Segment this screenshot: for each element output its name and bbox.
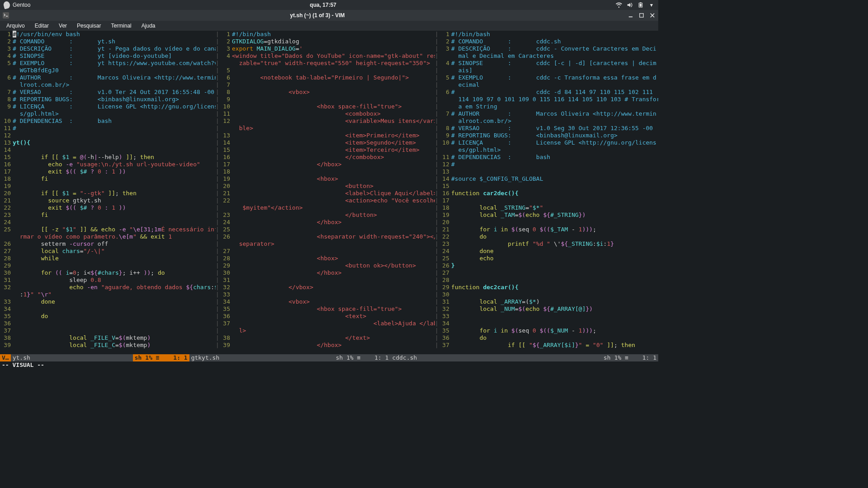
status-file-2: gtkyt.sh: [189, 354, 334, 361]
code-line: 27: [439, 269, 658, 277]
code-line: 30 </hbox>|: [219, 269, 439, 277]
menu-ajuda[interactable]: Ajuda: [137, 22, 160, 30]
code-line: 33: [439, 313, 658, 320]
code-line: 1#!/usr/bin/env bash|: [0, 31, 219, 38]
code-line: 32 </vbox>|: [219, 284, 439, 291]
code-line: 28: [439, 277, 658, 284]
desktop-topbar: Gentoo qua, 17:57 ▾: [0, 0, 658, 10]
code-line: 15 if [[ $1 = @(-h|--help) ]]; then|: [0, 154, 219, 161]
code-line: 38 local _FILE_V=$(mktemp)|: [0, 334, 219, 342]
code-line: 36|: [0, 320, 219, 327]
status-pct-1: 1% ≡: [143, 354, 161, 361]
code-line: 3export MAIN_DIALOG='|: [219, 45, 439, 52]
code-line: 31|: [219, 277, 439, 284]
code-line: 35 for i in $(seq 0 $(($_NUM - 1)));: [439, 327, 658, 334]
code-line: 12#: [439, 161, 658, 168]
minimize-button[interactable]: [627, 12, 634, 19]
vim-pane-2[interactable]: 1#!/bin/bash|2GTKDIALOG=gtkdialog|3expor…: [219, 31, 439, 354]
code-line: 39 </hbox>|: [219, 342, 439, 349]
status-file-1: yt.sh: [11, 354, 133, 361]
code-line: 18|: [219, 168, 439, 175]
code-line: 22 do: [439, 233, 658, 240]
code-line: 11# DEPENDENCIAS : bash: [439, 154, 658, 161]
window-titlebar: yt.sh (~) (1 of 3) - VIM: [0, 10, 658, 21]
code-line: 19|: [0, 183, 219, 190]
code-line: 20: [439, 219, 658, 226]
code-line: 24 done: [439, 248, 658, 255]
status-type-3: sh: [602, 354, 613, 361]
code-line: 5# EXEMPLO : cddc -c Transforma essa fra…: [439, 74, 658, 81]
code-line: 28 while|: [0, 255, 219, 262]
vim-pane-1[interactable]: 1#!/usr/bin/env bash|2# COMANDO : yt.sh|…: [0, 31, 219, 354]
chevron-down-icon: ▾: [648, 2, 655, 8]
code-line: 31 local _ARRAY=($*): [439, 298, 658, 305]
code-line: 11#|: [0, 125, 219, 132]
code-line: 8 <vbox>|: [219, 89, 439, 96]
code-line: 8# REPORTING BUGS: <binbash@linuxmail.or…: [0, 96, 219, 103]
code-line: ecimal: [439, 81, 658, 89]
maximize-button[interactable]: [638, 12, 645, 19]
code-line: 14 <item>Segundo</item>|: [219, 139, 439, 146]
code-line: 9# LICENÇA : License GPL <http://gnu.org…: [0, 103, 219, 110]
vim-pane-3[interactable]: 1#!/bin/bash2# COMANDO : cddc.sh3# DESCR…: [439, 31, 658, 354]
menu-arquivo[interactable]: Arquivo: [2, 22, 29, 30]
code-line: 7# AUTHOR : Marcos Oliveira <http://www.…: [439, 110, 658, 117]
code-line: 33|: [219, 291, 439, 298]
code-line: 7# VERSAO : v1.0 Ter 24 Out 2017 16:55:4…: [0, 89, 219, 96]
code-line: 15 <item>Terceiro</item>|: [219, 146, 439, 154]
close-button[interactable]: [649, 12, 656, 19]
code-line: 6# cddc -d 84 114 97 110 115 102 111: [439, 89, 658, 96]
code-line: 12 <variable>Meus itens</varia|: [219, 117, 439, 125]
code-line: 39 local _FILE_C=$(mktemp)|: [0, 342, 219, 349]
code-line: 35 do|: [0, 313, 219, 320]
menu-editar[interactable]: Editar: [30, 22, 53, 30]
code-line: 32 local _NUM=$(echo ${#_ARRAY[@]}): [439, 305, 658, 313]
volume-icon: [627, 2, 633, 8]
code-line: 37 <label>Ajuda </labe|: [219, 320, 439, 327]
code-line: 38 </text>|: [219, 334, 439, 342]
code-line: es/gpl.html>: [439, 146, 658, 154]
code-line: 37 if [[ "${_ARRAY[$i]}" = "0" ]]; then: [439, 342, 658, 349]
code-line: l>|: [219, 327, 439, 334]
svg-rect-1: [640, 2, 642, 3]
status-pct-3: 1% ≡: [613, 354, 630, 361]
topbar-status-area[interactable]: ▾: [616, 2, 655, 8]
code-line: 5|: [219, 67, 439, 74]
code-line: 36 <text>|: [219, 313, 439, 320]
code-line: 17: [439, 197, 658, 204]
menu-ver[interactable]: Ver: [54, 22, 71, 30]
code-line: 6 <notebook tab-label="Primeiro | Segund…: [219, 74, 439, 81]
code-line: 1#!/bin/bash|: [219, 31, 439, 38]
code-line: 19 <hbox>|: [219, 175, 439, 183]
code-line: 17 </hbox>|: [219, 161, 439, 168]
svg-rect-2: [640, 4, 642, 7]
gentoo-logo-icon: [4, 2, 10, 8]
terminal-menubar: Arquivo Editar Ver Pesquisar Terminal Aj…: [0, 21, 658, 31]
menu-pesquisar[interactable]: Pesquisar: [72, 22, 105, 30]
status-ruler-2: 1: 1: [363, 354, 391, 361]
code-line: 29|: [0, 262, 219, 269]
topbar-clock[interactable]: qua, 17:57: [30, 2, 616, 8]
wifi-icon: [616, 2, 622, 8]
menu-terminal[interactable]: Terminal: [106, 22, 136, 30]
code-line: 10# DEPENDENCIAS : bash|: [0, 117, 219, 125]
code-line: 21 <label>Clique Aqui</label>|: [219, 190, 439, 197]
code-line: zable="true" width-request="550" height-…: [219, 60, 439, 67]
code-line: 30 for (( i=0; i<${#chars}; i++ )); do|: [0, 269, 219, 277]
code-line: 25|: [219, 226, 439, 233]
code-line: 36 do: [439, 334, 658, 342]
status-type-2: sh: [334, 354, 345, 361]
code-line: 16 </combobox>|: [219, 154, 439, 161]
code-line: 14|: [0, 146, 219, 154]
battery-icon: [637, 2, 644, 8]
vim-editor[interactable]: 1#!/usr/bin/env bash|2# COMANDO : yt.sh|…: [0, 31, 658, 369]
code-line: alroot.com.br/>: [439, 117, 658, 125]
code-line: 9# REPORTING BUGS: <binbash@linuxmail.or…: [439, 132, 658, 139]
code-line: 22 <action>echo "Você escolheu|: [219, 197, 439, 204]
code-line: 26 setterm -cursor off|: [0, 240, 219, 248]
code-line: 27 local chars="/-\|"|: [0, 248, 219, 255]
status-ruler-1: 1: 1: [161, 354, 189, 361]
code-line: 34 <vbox>|: [219, 298, 439, 305]
code-line: 21 for i in $(seq 0 $(($_TAM - 1)));: [439, 226, 658, 233]
code-line: 1#!/bin/bash: [439, 31, 658, 38]
